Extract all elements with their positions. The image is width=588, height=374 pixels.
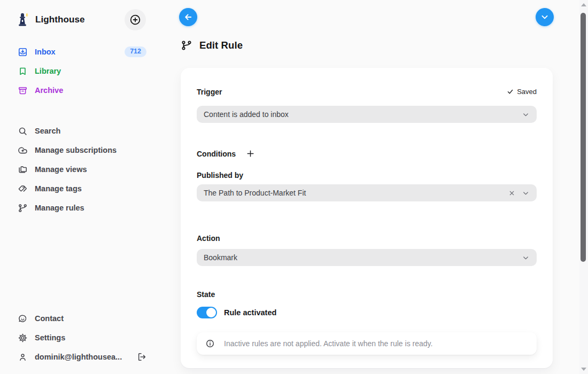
sidebar-item-label: Manage rules	[35, 204, 84, 212]
sidebar-item-label: Library	[35, 67, 61, 75]
sidebar-item-label: Archive	[35, 86, 63, 95]
app-window: Lighthouse Inbox 712	[0, 0, 588, 374]
main-content: Edit Rule Trigger Saved Content is added…	[160, 0, 579, 374]
conditions-label: Conditions	[197, 150, 236, 158]
action-select-value: Bookmark	[204, 253, 237, 262]
archive-icon	[18, 85, 28, 96]
state-info-banner: Inactive rules are not applied. Activate…	[197, 332, 537, 355]
plus-circle-icon	[129, 13, 142, 26]
page-title: Edit Rule	[199, 40, 243, 51]
chevron-down-icon	[522, 254, 530, 262]
sidebar-item-inbox[interactable]: Inbox 712	[0, 42, 160, 61]
page-scrollbar[interactable]	[579, 0, 588, 374]
scroll-up-arrow-icon[interactable]	[581, 3, 586, 6]
gear-icon	[18, 333, 28, 343]
rule-editor-card: Trigger Saved Content is added to inbox	[181, 68, 553, 368]
sidebar-item-label: Settings	[35, 333, 65, 342]
state-label: State	[197, 290, 215, 299]
sidebar-item-settings[interactable]: Settings	[0, 328, 160, 347]
trigger-label: Trigger	[197, 88, 222, 96]
tags-icon	[18, 184, 28, 194]
plus-icon	[246, 149, 255, 158]
git-branch-icon	[181, 40, 192, 51]
rule-activated-label: Rule activated	[224, 308, 276, 317]
chevron-down-icon	[540, 12, 550, 22]
add-condition-button[interactable]	[246, 149, 255, 158]
sidebar-item-label: Search	[35, 127, 60, 135]
sidebar-item-contact[interactable]: Contact	[0, 309, 160, 328]
topbar	[160, 0, 579, 26]
bookmark-icon	[18, 66, 28, 76]
sidebar-item-manage-views[interactable]: Manage views	[0, 160, 160, 179]
chat-smiley-icon	[18, 314, 28, 324]
brand-name: Lighthouse	[35, 14, 125, 25]
action-select[interactable]: Bookmark	[197, 249, 537, 266]
published-by-select-value: The Path to Product-Market Fit	[204, 189, 306, 197]
saved-label: Saved	[517, 88, 537, 96]
check-icon	[507, 88, 514, 95]
sidebar-item-label: Inbox	[35, 48, 56, 56]
sidebar-item-label: Contact	[35, 314, 64, 323]
git-branch-icon	[18, 203, 28, 213]
sidebar-item-archive[interactable]: Archive	[0, 81, 160, 100]
saved-status: Saved	[507, 88, 537, 96]
scroll-down-arrow-icon[interactable]	[581, 368, 586, 371]
collapse-button[interactable]	[536, 8, 554, 26]
clear-icon[interactable]	[508, 190, 515, 197]
scrollbar-thumb[interactable]	[581, 13, 586, 262]
sidebar: Lighthouse Inbox 712	[0, 0, 160, 374]
state-info-text: Inactive rules are not applied. Activate…	[224, 339, 432, 348]
cloud-plus-icon	[18, 145, 28, 155]
lighthouse-logo-icon	[15, 12, 30, 28]
sidebar-divider-space	[0, 100, 160, 121]
sidebar-item-manage-tags[interactable]: Manage tags	[0, 179, 160, 198]
inbox-count-badge: 712	[125, 46, 146, 57]
sidebar-spacer	[0, 217, 160, 309]
page-header: Edit Rule	[181, 40, 579, 51]
published-by-select[interactable]: The Path to Product-Market Fit	[197, 184, 537, 201]
rule-activated-toggle[interactable]	[197, 307, 217, 318]
sidebar-item-label: Manage views	[35, 165, 87, 174]
trigger-select-value: Content is added to inbox	[204, 110, 289, 119]
arrow-left-icon	[183, 12, 193, 22]
sidebar-item-manage-subscriptions[interactable]: Manage subscriptions	[0, 141, 160, 160]
info-icon	[205, 339, 215, 348]
add-content-button[interactable]	[125, 9, 146, 30]
sidebar-item-library[interactable]: Library	[0, 61, 160, 81]
account-email: dominik@lighthousea...	[35, 353, 122, 361]
back-button[interactable]	[179, 8, 197, 26]
sidebar-header: Lighthouse	[0, 9, 160, 30]
chevron-down-icon	[522, 111, 530, 119]
published-by-label: Published by	[197, 171, 243, 180]
trigger-select[interactable]: Content is added to inbox	[197, 106, 537, 123]
action-label: Action	[197, 234, 220, 243]
folders-icon	[18, 165, 28, 175]
sidebar-item-search[interactable]: Search	[0, 121, 160, 141]
sidebar-item-account[interactable]: dominik@lighthousea...	[0, 347, 160, 367]
sidebar-item-label: Manage tags	[35, 184, 82, 193]
sidebar-item-label: Manage subscriptions	[35, 146, 117, 154]
sidebar-item-manage-rules[interactable]: Manage rules	[0, 198, 160, 217]
inbox-icon	[18, 47, 28, 57]
search-icon	[18, 126, 28, 136]
toggle-knob	[206, 308, 216, 317]
person-icon	[18, 352, 28, 362]
chevron-down-icon	[522, 189, 530, 197]
logout-icon[interactable]	[136, 352, 147, 362]
